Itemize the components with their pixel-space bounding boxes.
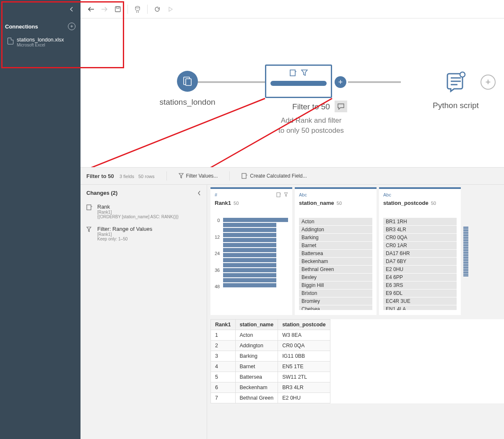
table-cell: E2 0HU [278,393,330,403]
svg-point-6 [460,72,465,77]
list-item[interactable]: EC4R 3UE [383,297,457,305]
run-button[interactable] [165,4,176,15]
table-cell: 6 [211,382,236,393]
list-item[interactable]: Battersea [299,250,372,258]
table-cell: 2 [211,341,236,351]
table-cell: W3 8EA [278,330,330,341]
svg-rect-4 [186,79,191,85]
chart-bar [223,273,276,277]
table-row[interactable]: 7Bethnal GreenE2 0HU [211,393,330,403]
flow-canvas[interactable]: stations_london + Filter to 50 Add Rank … [81,18,504,167]
input-node-icon [177,71,198,92]
list-item[interactable]: DA17 6HR [383,250,457,258]
connection-name: stations_london.xlsx [17,37,64,43]
sidebar-top [0,0,81,18]
add-connection-button[interactable]: + [68,23,75,30]
list-item[interactable]: CR0 0QA [383,234,457,242]
list-item[interactable]: BR1 1RH [383,218,457,226]
table-cell: Barnet [235,362,278,372]
chart-bar [223,228,276,232]
table-row[interactable]: 2AddingtonCR0 0QA [211,341,330,351]
table-row[interactable]: 1ActonW3 8EA [211,330,330,341]
back-button[interactable] [86,4,96,15]
left-sidebar: Connections + stations_london.xlsx Micro… [0,0,81,439]
add-step-button[interactable]: + [335,76,346,88]
table-cell: Battersea [235,372,278,382]
forward-button[interactable] [99,4,110,15]
input-node[interactable]: stations_london [133,71,242,107]
svg-rect-9 [242,173,246,178]
column-header[interactable]: station_postcode [278,320,330,330]
connection-type: Microsoft Excel [17,43,64,47]
list-item[interactable]: CR0 1AR [383,242,457,250]
list-item[interactable]: E9 6DL [383,289,457,297]
script-node-label: Python script [401,101,504,110]
list-item[interactable]: E2 0HU [383,266,457,274]
card-type-icon: # [215,192,217,197]
list-item[interactable]: Acton [299,218,372,226]
column-header[interactable]: station_name [235,320,278,330]
clean-step-node[interactable] [265,65,332,98]
filter-icon[interactable] [284,192,288,197]
add-node-button[interactable]: + [481,75,496,90]
list-item[interactable]: Bexley [299,274,372,281]
svg-rect-11 [277,193,280,197]
list-item[interactable]: Brixton [299,289,372,297]
list-item[interactable]: Chelsea [299,305,372,310]
list-item[interactable]: E6 3RS [383,281,457,289]
column-header[interactable]: Rank1 [211,320,236,330]
svg-point-2 [135,6,140,8]
clean-node-label: Filter to 50 [257,102,366,111]
field-card-postcode[interactable]: Abc station_postcode 50 BR1 1RHBR3 4LRCR… [379,187,461,315]
connection-item[interactable]: stations_london.xlsx Microsoft Excel [0,34,81,50]
pause-db-icon[interactable] [132,4,143,15]
step-rows-count: 50 rows [138,174,155,179]
calc-field-icon [242,173,247,179]
field-card-station[interactable]: Abc station_name 50 ActonAddingtonBarkin… [295,187,377,315]
table-row[interactable]: 6BeckenhamBR3 4LR [211,382,330,393]
create-calc-field-button[interactable]: Create Calculated Field... [242,173,307,179]
changes-header[interactable]: Changes (2) [81,185,207,201]
table-cell: 1 [211,330,236,341]
step-title-group: Filter to 50 3 fields 50 rows [86,173,155,179]
change-item[interactable]: Filter: Range of Values [Rank1] Keep onl… [81,223,207,245]
separator [147,5,148,14]
change-sub2: Keep only: 1–50 [97,237,152,241]
field-card-rank[interactable]: # Rank1 50 0 [210,187,292,315]
change-item[interactable]: Rank [Rank1] {{ORDERBY [station_name] AS… [81,201,207,223]
list-item[interactable]: Barking [299,234,372,242]
sidebar-collapse-icon[interactable] [70,7,74,12]
separator [127,5,128,14]
chart-axis: 0 12 24 36 48 [215,218,221,289]
refresh-button[interactable] [152,4,163,15]
calc-icon[interactable] [276,192,281,197]
list-item[interactable]: EN1 4LA [383,305,457,310]
list-item[interactable]: BR3 4LR [383,226,457,234]
filter-icon [301,69,308,77]
list-item[interactable]: Biggin Hill [299,281,372,289]
app-root: Connections + stations_london.xlsx Micro… [0,0,504,439]
connections-label: Connections [5,23,38,30]
list-item[interactable]: Addington [299,226,372,234]
field-count: 50 [234,201,239,206]
filter-values-button[interactable]: Filter Values... [179,173,218,179]
table-row[interactable]: 5BatterseaSW11 2TL [211,372,330,382]
list-item[interactable]: Bethnal Green [299,266,372,274]
table-row[interactable]: 4BarnetEN5 1TE [211,362,330,372]
separator [166,171,167,181]
list-item[interactable]: E4 6PP [383,274,457,281]
table-row[interactable]: 3BarkingIG11 0BB [211,351,330,362]
chart-bar [223,253,276,257]
data-grid[interactable]: Rank1station_namestation_postcode 1Acton… [210,319,504,403]
clean-node-bar [270,81,327,86]
list-item[interactable]: DA7 6BY [383,258,457,266]
list-item[interactable]: Bromley [299,297,372,305]
change-sub1: [Rank1] [97,232,152,237]
calc-icon [289,69,297,77]
collapse-changes-icon[interactable] [197,191,201,196]
list-item[interactable]: Beckenham [299,258,372,266]
clean-node-desc: Add Rank and filter to only 50 postcodes [257,116,366,136]
save-button[interactable] [112,4,123,15]
chart-bar [223,283,276,287]
list-item[interactable]: Barnet [299,242,372,250]
